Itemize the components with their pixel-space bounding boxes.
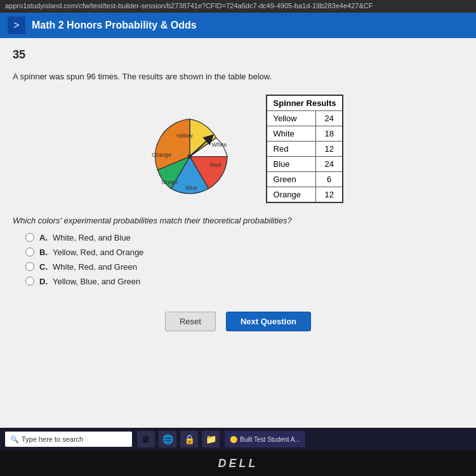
taskbar-app-label: Built Test Student A... [240,436,300,443]
table-row: 12 [315,141,343,156]
table-row: 12 [315,187,343,202]
radio-c[interactable] [25,262,34,271]
question-number: 35 [13,48,463,62]
radio-a[interactable] [25,233,34,242]
content-area: 35 A spinner was spun 96 times. The resu… [0,38,476,432]
svg-text:Green: Green [161,179,178,185]
taskbar-monitor-icon[interactable]: 🖥 [137,431,155,447]
choice-b[interactable]: B. Yellow, Red, and Orange [25,248,463,257]
table-row: Red [267,141,316,156]
dell-bar: DELL [0,451,476,476]
next-question-button[interactable]: Next Question [226,312,311,331]
app-header: > Math 2 Honors Probability & Odds [0,13,476,38]
svg-text:Red: Red [209,162,220,168]
taskbar-app[interactable]: 🟡 Built Test Student A... [225,431,305,447]
table-row: 18 [315,126,343,141]
svg-text:White: White [211,142,227,148]
nav-chevron-button[interactable]: > [8,17,25,34]
choice-b-label: B. [39,248,48,257]
taskbar-icons: 🖥 🌐 🔒 📁 [137,431,220,447]
choice-a[interactable]: A. White, Red, and Blue [25,233,463,242]
spinner-table-container: Yellow White Red Blue Green Orange Spinn… [13,95,463,203]
table-row: 24 [315,110,343,126]
taskbar: 🔍 Type here to search 🖥 🌐 🔒 📁 🟡 Built Te… [0,428,476,451]
probability-question: Which colors' experimental probabilities… [13,216,463,225]
taskbar-lock-icon[interactable]: 🔒 [180,431,198,447]
taskbar-search-label: Type here to search [22,435,83,443]
button-row: Reset Next Question [13,312,463,338]
svg-point-1 [187,154,192,159]
table-row: 24 [315,156,343,171]
table-row: Orange [267,187,316,202]
choice-b-text: Yellow, Red, and Orange [53,248,143,257]
spinner-diagram: Yellow White Red Blue Green Orange [133,98,247,199]
svg-text:Yellow: Yellow [176,133,193,139]
url-bar: appro1studyisland.com/cfw/test/test-buil… [0,0,476,13]
url-text: appro1studyisland.com/cfw/test/test-buil… [5,2,373,10]
choice-a-text: White, Red, and Blue [53,233,131,242]
results-table: Spinner Results Yellow 24 White 18 Red 1… [266,95,344,203]
question-text: A spinner was spun 96 times. The results… [13,70,463,83]
taskbar-app-icon: 🟡 [230,436,237,443]
choice-d[interactable]: D. Yellow, Blue, and Green [25,277,463,286]
choice-d-text: Yellow, Blue, and Green [53,277,140,286]
svg-text:Blue: Blue [185,185,197,191]
table-title: Spinner Results [267,95,343,111]
radio-d[interactable] [25,277,34,286]
table-row: 6 [315,171,343,187]
taskbar-search[interactable]: 🔍 Type here to search [5,432,132,447]
radio-b[interactable] [25,248,34,256]
page-title: Math 2 Honors Probability & Odds [32,20,197,31]
svg-text:Orange: Orange [151,152,171,158]
table-row: Yellow [267,110,316,126]
answer-choices: A. White, Red, and Blue B. Yellow, Red, … [25,233,463,286]
taskbar-folder-icon[interactable]: 📁 [202,431,220,447]
choice-a-label: A. [39,233,48,242]
choice-c[interactable]: C. White, Red, and Green [25,262,463,272]
choice-c-text: White, Red, and Green [53,262,137,272]
table-row: Blue [267,156,316,171]
reset-button[interactable]: Reset [165,312,216,331]
search-icon: 🔍 [10,435,19,444]
taskbar-globe-icon[interactable]: 🌐 [159,431,176,447]
choice-d-label: D. [39,277,48,286]
table-row: Green [267,171,316,187]
choice-c-label: C. [39,262,48,272]
dell-logo: DELL [218,457,258,470]
table-row: White [267,126,316,141]
